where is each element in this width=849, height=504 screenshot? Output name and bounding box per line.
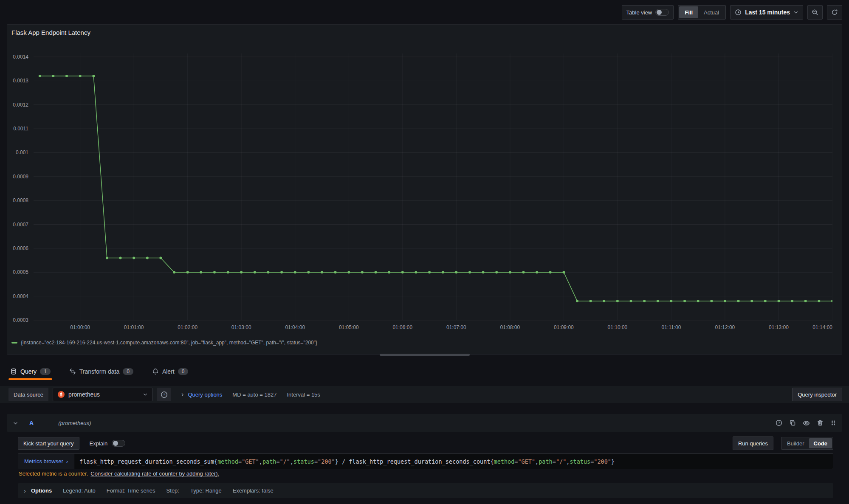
promql-token: "/": [556, 458, 566, 465]
x-axis-tick-label: 01:08:00: [500, 324, 520, 330]
y-axis-tick-label: 0.0005: [7, 269, 28, 276]
prometheus-logo-icon: [57, 391, 65, 398]
x-axis-tick-label: 01:09:00: [554, 324, 574, 330]
promql-token: ,: [535, 458, 539, 465]
actual-button[interactable]: Actual: [698, 6, 725, 18]
datasource-help-button[interactable]: ?: [157, 388, 171, 401]
builder-code-group: Builder Code: [781, 437, 833, 450]
builder-button[interactable]: Builder: [782, 438, 809, 448]
x-axis-tick-label: 01:01:00: [124, 324, 144, 330]
x-axis-tick-label: 01:13:00: [769, 324, 789, 330]
options-legend: Legend: Auto: [63, 487, 96, 494]
x-axis-tick-label: 01:06:00: [392, 324, 412, 330]
tab-transform-badge: 0: [123, 368, 133, 375]
drag-handle-icon[interactable]: [830, 420, 836, 426]
fill-button[interactable]: Fill: [679, 6, 698, 18]
promql-token: } / flask_http_request_duration_seconds_…: [335, 458, 494, 465]
y-axis-tick-label: 0.0014: [7, 53, 28, 60]
query-row-actions: ?: [776, 420, 836, 427]
query-help-icon[interactable]: ?: [776, 420, 782, 426]
y-axis-tick-label: 0.0003: [7, 317, 28, 324]
table-view-control: Table view: [622, 5, 674, 20]
collapse-chevron-icon[interactable]: [13, 420, 18, 426]
x-axis-tick-label: 01:00:00: [70, 324, 90, 330]
promql-token: }: [611, 458, 615, 465]
tab-query[interactable]: Query 1: [8, 363, 52, 380]
y-axis-tick-label: 0.0012: [7, 101, 28, 108]
tab-alert-label: Alert: [162, 368, 175, 375]
database-icon: [10, 368, 17, 375]
explain-toggle[interactable]: [112, 440, 125, 447]
x-axis-tick-label: 01:11:00: [662, 324, 681, 330]
options-chevron-icon[interactable]: ›: [24, 487, 26, 494]
warning-rate-link[interactable]: Consider calculating rate of counter by …: [90, 470, 219, 477]
chevron-down-icon: [143, 392, 148, 397]
query-options-summary-row[interactable]: › Options Legend: Auto Format: Time seri…: [18, 483, 833, 498]
x-axis-tick-label: 01:14:00: [812, 324, 832, 330]
tab-alert[interactable]: Alert 0: [150, 363, 190, 380]
table-view-toggle[interactable]: [655, 9, 669, 16]
max-datapoints-text: MD = auto = 1827: [232, 391, 276, 398]
promql-token: method: [217, 458, 238, 465]
x-axis-tick-label: 01:04:00: [285, 324, 305, 330]
x-axis-tick-label: 01:02:00: [178, 324, 197, 330]
latency-panel: Flask App Endpoint Latency {instance="ec…: [7, 24, 842, 355]
metrics-browser-button[interactable]: Metrics browser ›: [18, 454, 74, 469]
clock-icon: [735, 9, 742, 16]
promql-token: =: [514, 458, 518, 465]
tab-alert-badge: 0: [178, 368, 189, 375]
query-options-link[interactable]: Query options: [188, 391, 222, 398]
panel-resize-handle[interactable]: [380, 354, 470, 356]
promql-token: "GET": [518, 458, 535, 465]
fill-actual-group: Fill Actual: [678, 5, 726, 20]
query-row-header[interactable]: A (prometheus) ?: [7, 414, 842, 432]
time-range-label: Last 15 minutes: [745, 9, 790, 16]
remove-query-trash-icon[interactable]: [817, 420, 824, 426]
tab-transform-label: Transform data: [79, 368, 119, 375]
y-axis-tick-label: 0.0011: [7, 125, 28, 132]
promql-token: =: [314, 458, 318, 465]
help-circle-icon: ?: [161, 391, 168, 398]
toggle-knob: [113, 441, 118, 446]
hide-response-eye-icon[interactable]: [803, 420, 810, 427]
tab-transform-data[interactable]: Transform data 0: [68, 363, 135, 380]
promql-token: ,: [566, 458, 570, 465]
datasource-picker[interactable]: prometheus: [53, 388, 152, 401]
latency-chart[interactable]: [34, 53, 832, 329]
y-axis-tick-label: 0.001: [7, 149, 28, 156]
query-ref-id: A: [29, 420, 34, 426]
table-view-label: Table view: [626, 9, 652, 16]
y-axis-tick-label: 0.0008: [7, 197, 28, 204]
legend[interactable]: {instance="ec2-184-169-216-224.us-west-1…: [11, 340, 317, 346]
query-options-chevron-icon[interactable]: ›: [181, 391, 183, 398]
code-button[interactable]: Code: [809, 438, 832, 448]
promql-token: flask_http_request_duration_seconds_sum{: [79, 458, 217, 465]
promql-token: path: [262, 458, 276, 465]
legend-series-swatch: [11, 342, 17, 344]
warning-text: Selected metric is a counter.: [19, 470, 88, 477]
svg-text:?: ?: [778, 421, 780, 425]
promql-token: "/": [280, 458, 290, 465]
time-range-picker[interactable]: Last 15 minutes: [730, 5, 803, 20]
run-queries-button[interactable]: Run queries: [733, 436, 773, 450]
datasource-label: Data source: [8, 388, 48, 401]
interval-text: Interval = 15s: [287, 391, 320, 398]
promql-editor: Metrics browser › flask_http_request_dur…: [18, 453, 833, 469]
options-format: Format: Time series: [107, 487, 155, 494]
metrics-browser-label: Metrics browser: [24, 458, 63, 465]
zoom-out-icon: [812, 9, 818, 16]
promql-expression-input[interactable]: flask_http_request_duration_seconds_sum{…: [74, 454, 620, 469]
promql-token: ,: [290, 458, 293, 465]
options-label: Options: [31, 487, 52, 494]
kick-start-query-button[interactable]: Kick start your query: [18, 437, 79, 450]
promql-token: =: [553, 458, 556, 465]
refresh-button[interactable]: [827, 5, 842, 20]
tab-query-label: Query: [20, 368, 37, 375]
tab-query-badge: 1: [40, 368, 51, 375]
duplicate-query-icon[interactable]: [789, 420, 796, 426]
zoom-out-button[interactable]: [807, 5, 823, 20]
panel-toolbar: Table view Fill Actual Last 15 minutes: [622, 5, 842, 20]
y-axis-tick-label: 0.0007: [7, 221, 28, 228]
query-inspector-button[interactable]: Query inspector: [792, 388, 842, 401]
y-axis-tick-label: 0.0013: [7, 77, 28, 84]
